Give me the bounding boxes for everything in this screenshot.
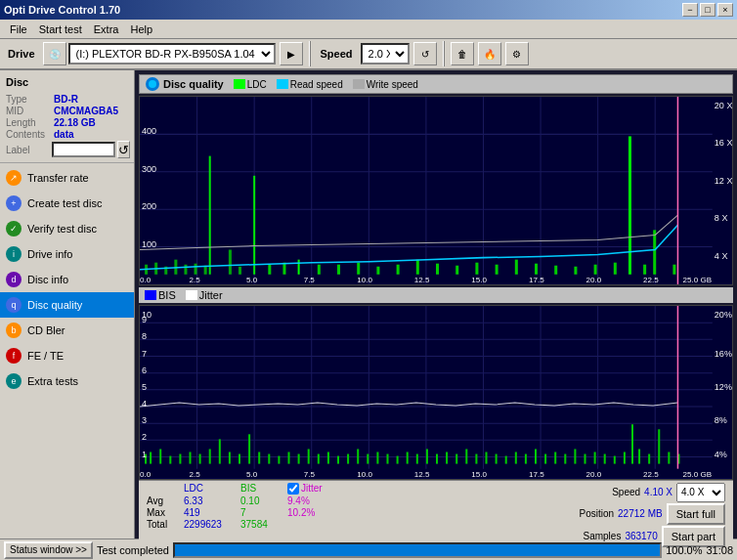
svg-rect-133 [574, 449, 576, 463]
chart-title-bar: Disc quality LDC Read speed Write speed [139, 74, 733, 94]
drive-icon-button[interactable]: 💿 [43, 42, 66, 65]
svg-rect-37 [475, 263, 478, 275]
legend-bis: BIS [145, 289, 176, 301]
nav-transfer-rate[interactable]: ↗ Transfer rate [0, 165, 134, 191]
speed-select-dropdown[interactable]: 4.0 X [676, 483, 725, 502]
svg-text:12%: 12% [715, 382, 732, 392]
close-button[interactable]: × [717, 3, 733, 17]
svg-rect-108 [327, 452, 329, 463]
svg-rect-125 [496, 453, 498, 463]
bottom-chart: 9 8 7 6 5 4 3 2 1 10 0.0 2.5 5.0 7.5 1 [139, 305, 733, 480]
legend-jitter-label: Jitter [199, 289, 223, 301]
svg-text:25.0 GB: 25.0 GB [683, 470, 713, 479]
minimize-button[interactable]: − [682, 3, 698, 17]
svg-rect-131 [554, 452, 556, 463]
stats-total-row: Total 2299623 37584 [147, 519, 340, 530]
nav-fe-te[interactable]: f FE / TE [0, 343, 134, 368]
svg-text:4 X: 4 X [715, 251, 728, 261]
nav-create-test-disc[interactable]: + Create test disc [0, 191, 134, 216]
svg-rect-106 [308, 449, 310, 463]
speed-val: 4.10 X [644, 487, 672, 497]
refresh-drive-button[interactable]: ▶ [280, 42, 303, 65]
svg-text:8%: 8% [715, 415, 727, 425]
status-window-button[interactable]: Status window >> [4, 541, 93, 559]
drive-label: Drive [4, 48, 39, 60]
svg-text:20.0: 20.0 [586, 276, 602, 284]
menu-extra[interactable]: Extra [88, 22, 125, 37]
legend-ldc-color [234, 79, 245, 89]
svg-text:8: 8 [142, 331, 147, 341]
cd-bler-icon: b [6, 323, 22, 338]
speed-select[interactable]: 2.0 X [361, 43, 410, 65]
svg-rect-138 [624, 452, 626, 463]
svg-rect-28 [298, 260, 300, 275]
svg-point-0 [149, 80, 156, 88]
svg-rect-141 [648, 453, 650, 463]
svg-text:300: 300 [142, 164, 156, 174]
stats-bar: LDC BIS Jitter Avg 6.33 0.10 9.4% Max 41… [139, 480, 733, 549]
svg-rect-40 [535, 264, 538, 275]
jitter-checkbox[interactable] [287, 483, 299, 495]
svg-text:2.5: 2.5 [190, 276, 201, 284]
menu-help[interactable]: Help [124, 22, 158, 37]
svg-rect-117 [416, 453, 418, 463]
erase-button[interactable]: 🗑 [451, 42, 474, 65]
svg-rect-24 [238, 267, 241, 275]
maximize-button[interactable]: □ [700, 3, 715, 17]
stat-ldc-max: 419 [184, 507, 233, 518]
nav-verify-test-disc-label: Verify test disc [27, 223, 97, 235]
disc-mid-row: MID CMCMAGBA5 [6, 106, 128, 116]
svg-rect-33 [397, 265, 400, 275]
nav-extra-tests[interactable]: e Extra tests [0, 368, 134, 394]
svg-text:100: 100 [142, 239, 156, 249]
svg-rect-123 [475, 453, 477, 463]
speed-refresh-button[interactable]: ↺ [413, 42, 437, 65]
burn-button[interactable]: 🔥 [478, 42, 501, 65]
legend-bis-color [145, 290, 156, 300]
legend-write-speed: Write speed [353, 79, 418, 90]
nav-disc-quality[interactable]: q Disc quality [0, 292, 134, 318]
svg-rect-99 [238, 453, 240, 463]
start-full-button[interactable]: Start full [667, 503, 725, 525]
menu-start-test[interactable]: Start test [33, 22, 88, 37]
menu-file[interactable]: File [4, 22, 33, 37]
disc-mid-val: CMCMAGBA5 [54, 106, 118, 116]
svg-rect-129 [535, 449, 537, 463]
svg-text:3: 3 [142, 415, 147, 425]
legend-ldc: LDC [234, 79, 267, 90]
svg-rect-110 [347, 453, 349, 463]
svg-rect-116 [407, 452, 409, 463]
svg-rect-101 [258, 452, 260, 463]
svg-rect-1 [140, 97, 732, 284]
disc-label-input[interactable] [52, 142, 115, 157]
nav-disc-info[interactable]: d Disc info [0, 267, 134, 292]
svg-rect-36 [455, 266, 458, 275]
disc-type-row: Type BD-R [6, 94, 128, 105]
left-panel: Disc Type BD-R MID CMCMAGBA5 Length 22.1… [0, 70, 135, 538]
disc-label-button[interactable]: ↺ [117, 141, 130, 158]
nav-drive-info[interactable]: i Drive info [0, 241, 134, 267]
nav-transfer-rate-label: Transfer rate [27, 172, 89, 184]
svg-rect-92 [169, 455, 171, 463]
verify-test-disc-icon: ✓ [6, 221, 22, 237]
disc-contents-key: Contents [6, 129, 50, 140]
svg-rect-29 [318, 265, 321, 275]
svg-text:5: 5 [142, 382, 147, 392]
settings-button[interactable]: ⚙ [505, 42, 529, 65]
svg-rect-137 [614, 455, 616, 463]
legend-write-speed-label: Write speed [367, 79, 418, 90]
svg-rect-126 [505, 455, 507, 463]
top-chart: 400 300 200 100 0.0 2.5 5.0 7.5 10.0 12.… [139, 96, 733, 285]
svg-text:16 X: 16 X [715, 138, 732, 148]
nav-cd-bler-label: CD Bler [27, 324, 65, 336]
stats-left: LDC BIS Jitter Avg 6.33 0.10 9.4% Max 41… [147, 483, 340, 530]
disc-section-label: Disc [0, 74, 134, 90]
svg-text:4%: 4% [715, 449, 727, 458]
svg-rect-142 [658, 429, 660, 463]
nav-cd-bler[interactable]: b CD Bler [0, 318, 134, 343]
svg-text:8 X: 8 X [715, 213, 728, 223]
drive-select[interactable]: (I:) PLEXTOR BD-R PX-B950SA 1.04 [68, 43, 276, 65]
nav-verify-test-disc[interactable]: ✓ Verify test disc [0, 216, 134, 241]
stat-jitter-avg: 9.4% [287, 495, 326, 506]
svg-text:17.5: 17.5 [529, 276, 544, 284]
